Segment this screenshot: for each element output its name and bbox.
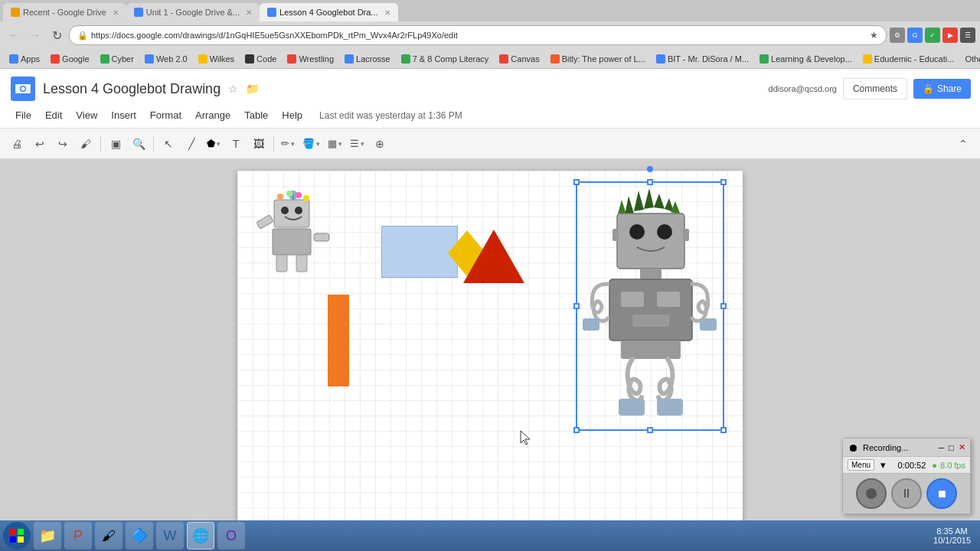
menu-file[interactable]: File	[9, 107, 38, 123]
refresh-button[interactable]: ↻	[47, 26, 66, 44]
handle-bot-right[interactable]	[720, 427, 727, 433]
folder-icon[interactable]: 📁	[246, 83, 259, 95]
handle-mid-right[interactable]	[720, 303, 727, 309]
taskbar-chrome[interactable]: 🌐	[187, 522, 214, 549]
star-icon[interactable]: ☆	[228, 83, 238, 95]
paint-format-button[interactable]: 🖌	[75, 133, 96, 155]
orange-rectangle[interactable]	[328, 295, 349, 386]
text-button[interactable]: T	[225, 133, 247, 155]
start-button[interactable]	[3, 522, 31, 549]
share-button[interactable]: 🔒 Share	[913, 79, 971, 99]
star-icon[interactable]: ★	[870, 30, 878, 41]
image-button[interactable]: 🖼	[248, 133, 270, 155]
rec-restore-button[interactable]: □	[949, 443, 954, 452]
menu-view[interactable]: View	[70, 107, 103, 123]
record-button[interactable]	[856, 478, 887, 509]
handle-top-left[interactable]	[573, 179, 580, 185]
tab-close[interactable]: ✕	[246, 8, 252, 17]
rotate-handle[interactable]	[647, 166, 653, 172]
bookmark-wilkes[interactable]: Wilkes	[194, 53, 239, 65]
more-button[interactable]: ⊕	[369, 133, 390, 155]
file-explorer-icon: 📁	[39, 527, 56, 544]
select-tool-button[interactable]: ↖	[158, 133, 179, 155]
taskbar-word[interactable]: W	[156, 522, 184, 549]
canvas-wrapper[interactable]	[0, 159, 980, 551]
ext-icon-5[interactable]: ☰	[960, 28, 975, 43]
collapse-toolbar-button[interactable]: ⌃	[952, 133, 974, 155]
zoom-button[interactable]: 🔍	[128, 133, 149, 155]
menu-help[interactable]: Help	[276, 107, 309, 123]
rec-minimize-button[interactable]: ─	[939, 443, 945, 452]
align-dropdown[interactable]: ☰ ▾	[347, 133, 368, 155]
bookmark-edudemic[interactable]: Edudemic - Educati...	[858, 53, 959, 65]
taskbar-unknown-app[interactable]: 🔷	[126, 522, 153, 549]
bookmark-comp-literacy[interactable]: 7 & 8 Comp Literacy	[397, 53, 494, 65]
svg-rect-45	[18, 529, 24, 535]
menu-insert[interactable]: Insert	[105, 107, 142, 123]
svg-rect-44	[10, 529, 16, 535]
bookmark-icon	[863, 54, 872, 64]
tab-recent-drive[interactable]: Recent - Google Drive ✕	[3, 3, 126, 21]
menu-table[interactable]: Table	[238, 107, 274, 123]
drawing-canvas[interactable]	[237, 171, 743, 546]
blue-rectangle[interactable]	[381, 226, 458, 278]
bookmark-code[interactable]: Code	[240, 53, 281, 65]
taskbar-powerpoint[interactable]: P	[64, 522, 92, 549]
print-button[interactable]: 🖨	[6, 133, 28, 155]
bookmark-google[interactable]: Google	[46, 53, 93, 65]
bookmark-wrestling[interactable]: Wrestling	[283, 53, 338, 65]
ext-icon-1[interactable]: ⚙	[890, 28, 905, 43]
line-color-dropdown[interactable]: ✏ ▾	[278, 133, 298, 155]
red-triangle[interactable]	[459, 226, 528, 289]
tab-favicon	[267, 8, 276, 17]
ext-icon-3[interactable]: ✓	[925, 28, 940, 43]
handle-bot-left[interactable]	[573, 427, 580, 433]
line-tool-button[interactable]: ╱	[181, 133, 202, 155]
bookmark-learning[interactable]: Learning & Develop...	[755, 53, 857, 65]
handle-top-right[interactable]	[720, 179, 727, 185]
pause-button[interactable]: ⏸	[891, 478, 922, 509]
chevron-down-icon: ▾	[338, 140, 342, 148]
bookmark-apps[interactable]: Apps	[5, 53, 44, 65]
bookmarks-bar: Apps Google Cyber Web 2.0 Wilkes Code Wr…	[0, 49, 980, 69]
tab-label: Unit 1 - Google Drive &...	[146, 8, 240, 17]
undo-button[interactable]: ↩	[29, 133, 51, 155]
zoom-select-button[interactable]: ▣	[105, 133, 126, 155]
ext-icon-4[interactable]: ▶	[942, 28, 958, 43]
taskbar-file-explorer[interactable]: 📁	[34, 522, 61, 549]
taskbar-paint[interactable]: 🖌	[95, 522, 122, 549]
redo-button[interactable]: ↪	[52, 133, 74, 155]
tab-close[interactable]: ✕	[113, 8, 119, 17]
handle-top-center[interactable]	[647, 179, 653, 185]
handle-mid-left[interactable]	[573, 303, 580, 309]
border-dropdown[interactable]: ▦ ▾	[325, 133, 345, 155]
taskbar-onenote[interactable]: O	[217, 522, 245, 549]
handle-bot-center[interactable]	[647, 427, 653, 433]
chevron-down-icon: ▾	[361, 140, 364, 148]
fill-color-dropdown[interactable]: 🪣 ▾	[299, 133, 323, 155]
back-button[interactable]: ←	[5, 26, 23, 44]
bookmark-web20[interactable]: Web 2.0	[140, 53, 192, 65]
comments-button[interactable]: Comments	[843, 78, 907, 99]
bookmark-other[interactable]: Other bookmarks	[960, 53, 980, 65]
recording-menu-dropdown[interactable]: Menu	[848, 459, 874, 471]
address-box[interactable]: 🔒 https://docs.google.com/drawings/d/1nG…	[69, 25, 887, 45]
bookmark-cyber[interactable]: Cyber	[96, 53, 139, 65]
rec-close-button[interactable]: ✕	[959, 442, 965, 452]
tab-close[interactable]: ✕	[384, 8, 390, 17]
menu-edit[interactable]: Edit	[39, 107, 68, 123]
menu-arrange[interactable]: Arrange	[189, 107, 237, 123]
shape-dropdown[interactable]: ⬟ ▾	[204, 133, 224, 155]
tab-lesson4[interactable]: Lesson 4 Googlebot Dra... ✕	[260, 3, 397, 21]
bookmark-lacrosse[interactable]: Lacrosse	[340, 53, 395, 65]
share-icon: 🔒	[923, 83, 934, 94]
ext-icon-2[interactable]: G	[907, 28, 923, 43]
stop-button[interactable]: ⏹	[926, 478, 957, 509]
forward-button[interactable]: →	[26, 26, 44, 44]
bookmark-bitly[interactable]: Bitly: The power of L...	[546, 53, 650, 65]
tab-unit1[interactable]: Unit 1 - Google Drive &... ✕	[126, 3, 260, 21]
bookmark-canvas[interactable]: Canvas	[495, 53, 544, 65]
menu-format[interactable]: Format	[144, 107, 188, 123]
bookmark-bit[interactable]: BIT - Mr. DiSora / M...	[652, 53, 753, 65]
robot-small[interactable]	[251, 189, 335, 281]
